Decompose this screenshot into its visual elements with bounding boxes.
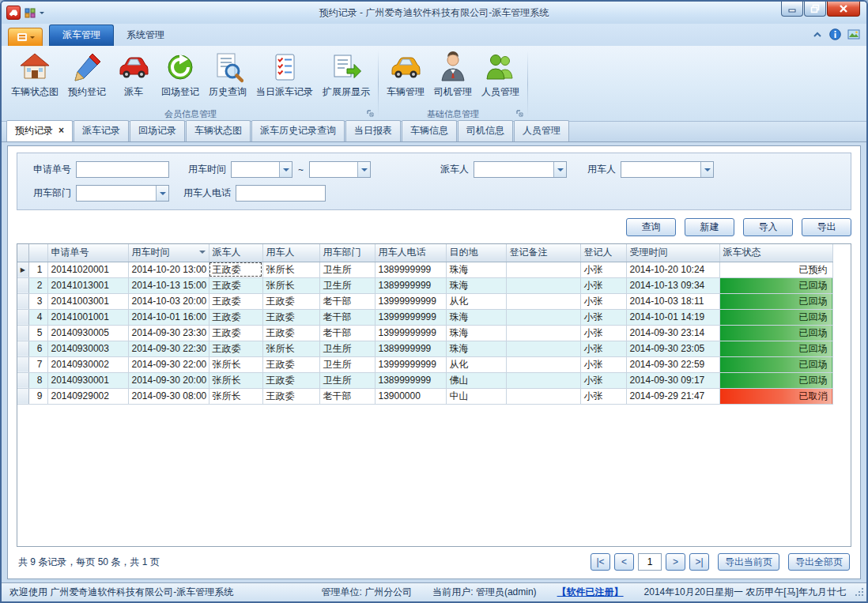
- cell-status[interactable]: 已回场: [719, 341, 832, 356]
- cell-dispatcher[interactable]: 王政委: [209, 262, 262, 277]
- cell-dept[interactable]: 老干部: [319, 309, 375, 325]
- quick-access-dropdown-icon[interactable]: [40, 12, 44, 17]
- cell-apply-no[interactable]: 20140930001: [47, 372, 128, 388]
- cell-accept-time[interactable]: 2014-10-13 09:34: [626, 277, 719, 293]
- cell-registrar[interactable]: 小张: [580, 293, 626, 309]
- chevron-down-icon[interactable]: [357, 162, 370, 177]
- ribbon-tab-system[interactable]: 系统管理: [114, 25, 177, 46]
- cell-use-time[interactable]: 2014-09-30 22:00: [128, 356, 209, 372]
- cell-apply-no[interactable]: 20141013001: [47, 277, 128, 293]
- export-button[interactable]: 导出: [802, 218, 851, 236]
- cell-accept-time[interactable]: 2014-10-03 18:11: [626, 293, 719, 309]
- cell-dest[interactable]: 珠海: [446, 262, 506, 277]
- cell-apply-no[interactable]: 20141020001: [47, 262, 128, 277]
- doc-tab[interactable]: 派车历史记录查询: [251, 120, 345, 141]
- last-page-button[interactable]: >|: [689, 553, 709, 571]
- cell-dest[interactable]: 从化: [446, 293, 506, 309]
- phone-input[interactable]: [236, 185, 326, 202]
- new-button[interactable]: 新建: [685, 218, 734, 236]
- collapse-ribbon-icon[interactable]: [812, 30, 823, 41]
- cell-dest[interactable]: 中山: [446, 388, 506, 404]
- col-header-destination[interactable]: 目的地: [446, 244, 506, 262]
- query-button[interactable]: 查询: [626, 218, 676, 236]
- cell-dept[interactable]: 卫生所: [319, 262, 375, 277]
- ribbon-tab-dispatch[interactable]: 派车管理: [49, 24, 114, 46]
- col-header-use-time[interactable]: 用车时间: [128, 244, 209, 262]
- cell-accept-time[interactable]: 2014-09-30 09:17: [626, 372, 719, 388]
- cell-apply-no[interactable]: 20140929002: [47, 388, 128, 404]
- cell-apply-no[interactable]: 20140930005: [47, 325, 128, 341]
- col-header-user[interactable]: 用车人: [262, 244, 319, 262]
- restore-button[interactable]: [804, 2, 826, 17]
- grid-row[interactable]: ▶1201410200012014-10-20 13:00王政委张所长卫生所13…: [17, 262, 832, 277]
- cell-user[interactable]: 张所长: [262, 341, 319, 356]
- cell-dept[interactable]: 卫生所: [319, 356, 375, 372]
- dispatcher-combo[interactable]: [474, 161, 567, 178]
- cell-use-time[interactable]: 2014-10-01 16:00: [128, 309, 209, 325]
- cell-use-time[interactable]: 2014-10-03 20:00: [128, 293, 209, 309]
- grid-row[interactable]: 7201409300022014-09-30 22:00张所长王政委卫生所139…: [17, 356, 832, 372]
- cell-apply-no[interactable]: 20141003001: [47, 293, 128, 309]
- today-dispatch-records-button[interactable]: 当日派车记录: [251, 49, 318, 106]
- cell-remark[interactable]: [506, 341, 580, 356]
- cell-status[interactable]: 已回场: [719, 309, 832, 325]
- col-header-status[interactable]: 派车状态: [719, 244, 832, 262]
- cell-registrar[interactable]: 小张: [580, 309, 626, 325]
- cell-status[interactable]: 已回场: [719, 293, 832, 309]
- cell-user[interactable]: 王政委: [262, 325, 319, 341]
- cell-phone[interactable]: 13999999999: [375, 325, 446, 341]
- cell-phone[interactable]: 1389999999: [375, 262, 446, 277]
- doc-tab[interactable]: 司机信息: [458, 120, 513, 141]
- cell-apply-no[interactable]: 20141001001: [47, 309, 128, 325]
- app-icon[interactable]: [6, 6, 21, 20]
- next-page-button[interactable]: >: [666, 553, 685, 571]
- style-icon[interactable]: [847, 29, 860, 42]
- cell-use-time[interactable]: 2014-09-30 08:00: [128, 388, 209, 404]
- registered-link[interactable]: 【软件已注册】: [557, 586, 624, 599]
- application-menu-button[interactable]: [8, 28, 43, 46]
- personnel-management-button[interactable]: 人员管理: [477, 49, 524, 106]
- cell-dispatcher[interactable]: 王政委: [209, 277, 262, 293]
- cell-status[interactable]: 已回场: [719, 277, 832, 293]
- first-page-button[interactable]: |<: [591, 553, 610, 571]
- cell-dispatcher[interactable]: 张所长: [209, 388, 262, 404]
- cell-accept-time[interactable]: 2014-09-30 22:59: [626, 356, 719, 372]
- dispatch-button[interactable]: 派车: [111, 49, 157, 106]
- cell-remark[interactable]: [506, 325, 580, 341]
- cell-remark[interactable]: [506, 372, 580, 388]
- cell-phone[interactable]: 13999999999: [375, 293, 446, 309]
- cell-dest[interactable]: 珠海: [446, 325, 506, 341]
- cell-remark[interactable]: [506, 388, 580, 404]
- doc-tab[interactable]: 派车记录: [74, 120, 129, 141]
- cell-status[interactable]: 已回场: [719, 325, 832, 341]
- chevron-down-icon[interactable]: [156, 186, 168, 201]
- cell-status[interactable]: 已回场: [719, 356, 832, 372]
- cell-remark[interactable]: [506, 277, 580, 293]
- grid-row[interactable]: 3201410030012014-10-03 20:00王政委王政委老干部139…: [17, 293, 832, 309]
- grid-row[interactable]: 4201410010012014-10-01 16:00王政委王政委老干部139…: [17, 309, 832, 325]
- cell-use-time[interactable]: 2014-10-20 13:00: [128, 262, 209, 277]
- chevron-down-icon[interactable]: [279, 162, 292, 177]
- cell-dept[interactable]: 卫生所: [319, 277, 375, 293]
- cell-dept[interactable]: 卫生所: [319, 372, 375, 388]
- cell-dest[interactable]: 珠海: [446, 277, 506, 293]
- cell-dept[interactable]: 卫生所: [319, 341, 375, 356]
- close-tab-icon[interactable]: ×: [58, 125, 64, 136]
- close-button[interactable]: [827, 2, 860, 17]
- cell-use-time[interactable]: 2014-09-30 22:30: [128, 341, 209, 356]
- cell-phone[interactable]: 1389999999: [375, 341, 446, 356]
- doc-tab[interactable]: 车辆状态图: [186, 120, 251, 141]
- dept-combo[interactable]: [76, 185, 169, 202]
- cell-registrar[interactable]: 小张: [580, 341, 626, 356]
- cell-user[interactable]: 王政委: [262, 372, 319, 388]
- cell-apply-no[interactable]: 20140930002: [47, 356, 128, 372]
- cell-use-time[interactable]: 2014-09-30 20:00: [128, 372, 209, 388]
- cell-user[interactable]: 王政委: [262, 309, 319, 325]
- col-header-apply-no[interactable]: 申请单号: [47, 244, 128, 262]
- chevron-down-icon[interactable]: [700, 162, 713, 177]
- grid-row[interactable]: 2201410130012014-10-13 15:00王政委张所长卫生所138…: [17, 277, 832, 293]
- cell-phone[interactable]: 13999999999: [375, 309, 446, 325]
- return-register-button[interactable]: 回场登记: [157, 49, 204, 106]
- user-combo[interactable]: [621, 161, 714, 178]
- use-time-to-combo[interactable]: [309, 161, 371, 178]
